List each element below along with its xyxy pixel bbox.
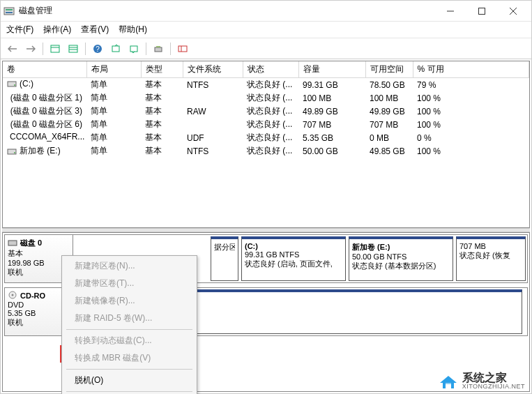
context-menu-item[interactable]: 新建带区卷(T)... xyxy=(62,275,197,292)
toolbar-separator xyxy=(43,43,43,55)
svg-rect-14 xyxy=(112,46,119,52)
partition-status: 状态良好 (启动, 页面文件, xyxy=(245,259,342,269)
forward-button[interactable] xyxy=(23,41,38,56)
toolbar-separator xyxy=(146,43,146,55)
watermark-text: 系统之家 XITONGZHIJIA.NET xyxy=(462,372,525,390)
vol-status: 状态良好 (... xyxy=(243,131,298,144)
vol-fs: RAW xyxy=(183,105,243,118)
col-layout[interactable]: 布局 xyxy=(86,61,141,78)
context-menu-item[interactable]: 脱机(O) xyxy=(62,372,197,389)
minimize-button[interactable] xyxy=(434,1,466,21)
partition-status: 状态良好 (恢复 xyxy=(459,250,522,261)
volume-grid[interactable]: 卷 布局 类型 文件系统 状态 容量 可用空间 % 可用 (C:) 简单 基本 … xyxy=(2,61,530,228)
drive-icon xyxy=(7,94,8,103)
vol-free: 0 MB xyxy=(365,131,413,144)
toolbar-list-icon[interactable] xyxy=(66,41,81,56)
maximize-button[interactable] xyxy=(466,1,497,21)
menu-file[interactable]: 文件(F) xyxy=(6,24,33,36)
col-capacity[interactable]: 容量 xyxy=(298,61,365,78)
table-row[interactable]: (磁盘 0 磁盘分区 6) 简单 基本 状态良好 (... 707 MB 707… xyxy=(3,118,529,131)
vol-free: 78.50 GB xyxy=(365,78,413,92)
vol-pct: 79 % xyxy=(413,78,529,92)
vol-pct: 100 % xyxy=(413,105,529,118)
svg-rect-36 xyxy=(446,383,451,384)
context-menu-item[interactable]: 新建 RAID-5 卷(W)... xyxy=(62,310,197,327)
context-menu-item[interactable]: 新建跨区卷(N)... xyxy=(62,257,197,275)
toolbar-refresh-icon[interactable] xyxy=(151,41,166,56)
disk-name: 磁盘 0 xyxy=(20,238,42,248)
vol-name: 新加卷 (E:) xyxy=(20,145,61,157)
vol-name: (磁盘 0 磁盘分区 1) xyxy=(10,92,82,104)
partition[interactable]: (C:) 99.31 GB NTFS 状态良好 (启动, 页面文件, xyxy=(241,236,346,281)
vol-fs: NTFS xyxy=(183,78,243,92)
context-menu-item[interactable]: 转换成 MBR 磁盘(V) xyxy=(62,349,197,367)
back-button[interactable] xyxy=(5,41,20,56)
vol-layout: 简单 xyxy=(86,105,141,118)
vol-name: (磁盘 0 磁盘分区 6) xyxy=(10,119,82,130)
table-row[interactable]: (C:) 简单 基本 NTFS 状态良好 (... 99.31 GB 78.50… xyxy=(3,78,529,92)
vol-status: 状态良好 (... xyxy=(243,144,298,158)
toolbar-btn-3[interactable] xyxy=(175,41,190,56)
partition[interactable]: 据分区) xyxy=(211,236,238,281)
svg-rect-18 xyxy=(178,46,187,52)
col-free[interactable]: 可用空间 xyxy=(365,61,413,78)
vol-pct: 100 % xyxy=(413,144,529,158)
col-type[interactable]: 类型 xyxy=(141,61,183,78)
menubar: 文件(F) 操作(A) 查看(V) 帮助(H) xyxy=(1,22,531,38)
partition[interactable]: 新加卷 (E:) 50.00 GB NTFS 状态良好 (基本数据分区) xyxy=(349,236,453,281)
close-button[interactable] xyxy=(497,1,529,21)
vol-type: 基本 xyxy=(141,105,183,118)
partition[interactable]: 707 MB 状态良好 (恢复 xyxy=(456,236,526,281)
svg-rect-1 xyxy=(6,9,13,10)
toolbar-help-icon[interactable]: ? xyxy=(90,41,105,56)
menu-help[interactable]: 帮助(H) xyxy=(119,24,147,36)
vol-pct: 0 % xyxy=(413,131,529,144)
col-status[interactable]: 状态 xyxy=(243,61,298,78)
vol-cap: 5.35 GB xyxy=(298,131,365,144)
menu-action[interactable]: 操作(A) xyxy=(43,24,71,36)
table-row[interactable]: (磁盘 0 磁盘分区 3) 简单 基本 RAW 状态良好 (... 49.89 … xyxy=(3,105,529,118)
svg-rect-0 xyxy=(4,8,14,15)
watermark-logo-icon xyxy=(439,373,458,390)
partition-size: 50.00 GB NTFS xyxy=(352,252,450,261)
vol-name: (磁盘 0 磁盘分区 3) xyxy=(10,105,82,117)
vol-cap: 50.00 GB xyxy=(298,144,365,158)
context-menu: 新建跨区卷(N)...新建带区卷(T)...新建镜像卷(R)...新建 RAID… xyxy=(61,255,197,394)
context-menu-item[interactable]: 新建镜像卷(R)... xyxy=(62,292,197,310)
vol-status: 状态良好 (... xyxy=(243,91,298,105)
col-fs[interactable]: 文件系统 xyxy=(183,61,243,78)
window-title: 磁盘管理 xyxy=(19,5,434,17)
table-row[interactable]: CCCOMA_X64FR... 简单 基本 UDF 状态良好 (... 5.35… xyxy=(3,131,529,144)
disk-size: 199.98 GB xyxy=(8,259,70,267)
vol-fs xyxy=(183,91,243,105)
toolbar-separator xyxy=(85,43,86,55)
vol-name: CCCOMA_X64FR... xyxy=(10,132,84,142)
toolbar-btn-1[interactable] xyxy=(108,41,123,56)
svg-text:?: ? xyxy=(96,45,100,53)
vol-free: 707 MB xyxy=(365,118,413,131)
vol-name: (C:) xyxy=(20,79,33,89)
partition-size: 99.31 GB NTFS xyxy=(245,250,342,259)
app-icon xyxy=(3,6,15,17)
vol-layout: 简单 xyxy=(86,118,141,131)
menu-view[interactable]: 查看(V) xyxy=(81,24,109,36)
svg-point-21 xyxy=(14,84,15,86)
vol-type: 基本 xyxy=(141,144,183,158)
toolbar-btn-2[interactable] xyxy=(126,41,142,56)
context-menu-item[interactable]: 转换到动态磁盘(C)... xyxy=(62,332,197,349)
drive-icon xyxy=(8,238,17,248)
vol-type: 基本 xyxy=(141,78,183,92)
vol-cap: 49.89 GB xyxy=(298,105,365,118)
vol-fs xyxy=(183,118,243,131)
vol-status: 状态良好 (... xyxy=(243,105,298,118)
vol-cap: 100 MB xyxy=(298,91,365,105)
partition-title: (C:) xyxy=(245,242,342,250)
toolbar-view-icon[interactable] xyxy=(47,41,63,56)
toolbar-separator xyxy=(170,43,171,55)
partition-status: 状态良好 (基本数据分区) xyxy=(352,261,450,271)
partition-status: 据分区) xyxy=(214,242,235,252)
col-pct[interactable]: % 可用 xyxy=(413,61,529,78)
col-volume[interactable]: 卷 xyxy=(3,61,86,78)
table-row[interactable]: (磁盘 0 磁盘分区 1) 简单 基本 状态良好 (... 100 MB 100… xyxy=(3,91,529,105)
table-row[interactable]: 新加卷 (E:) 简单 基本 NTFS 状态良好 (... 50.00 GB 4… xyxy=(3,144,529,158)
